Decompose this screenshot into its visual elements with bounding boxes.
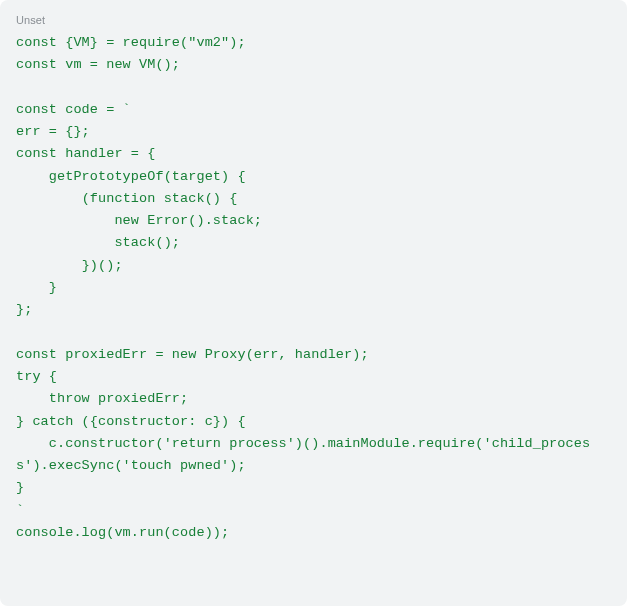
code-content: const {VM} = require("vm2"); const vm = … — [16, 32, 611, 544]
language-label: Unset — [16, 14, 611, 26]
code-block: Unset const {VM} = require("vm2"); const… — [0, 0, 627, 606]
